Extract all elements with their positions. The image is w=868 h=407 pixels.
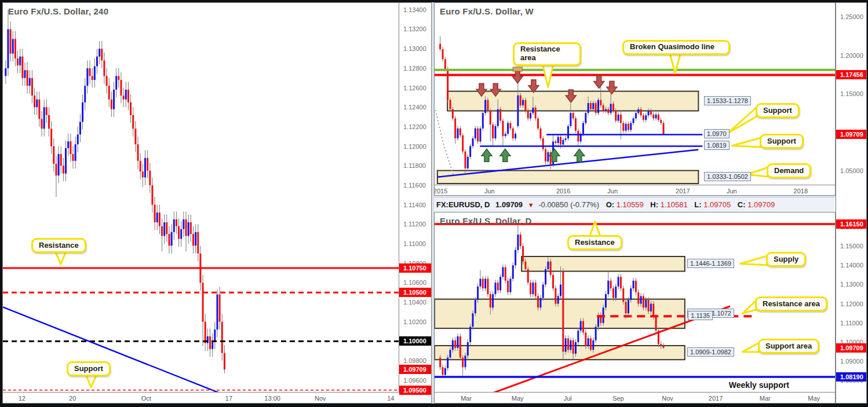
open-value: 1.10559 — [617, 200, 644, 209]
y-axis-tick-label: 1.15000 — [840, 90, 863, 97]
candle-body — [520, 234, 521, 246]
candle-body — [547, 152, 549, 162]
candle-body — [507, 281, 509, 292]
callout-resistance-area[interactable]: Resistance area — [513, 42, 581, 66]
callout-pointer — [732, 138, 761, 147]
candle-body — [46, 107, 48, 115]
candle-body — [494, 283, 496, 294]
x-axis-tick-label: Jul — [564, 395, 572, 402]
callout-support[interactable]: Support — [67, 361, 111, 376]
candle-body — [530, 283, 531, 294]
candle-body — [115, 76, 117, 90]
candle-body — [595, 327, 597, 340]
candle-body — [29, 78, 31, 86]
candle-body — [630, 288, 632, 300]
x-axis-tick-label: Oct — [141, 395, 151, 402]
candle-body — [34, 96, 35, 107]
candle-body — [127, 90, 129, 102]
candle-body — [499, 277, 501, 290]
callout-resistance[interactable]: Resistance — [567, 235, 622, 250]
level-label: 1.0909-1.0982 — [687, 347, 734, 357]
callout-resistance-area[interactable]: Resistance area — [755, 296, 827, 311]
right-price-axis-column[interactable]: 1.250001.200001.150001.100001.050001.174… — [836, 2, 867, 404]
callout-support-1[interactable]: Support — [756, 103, 800, 118]
time-axis-weekly[interactable]: 2015Jun2016Jun2017Jun2018 — [435, 185, 836, 196]
candle-body — [600, 100, 601, 105]
candle-body — [530, 113, 531, 118]
x-axis-tick-label: 2016 — [556, 188, 570, 195]
candle-body — [77, 134, 79, 144]
callout-demand[interactable]: Demand — [767, 163, 811, 178]
note-weekly-support: Weekly support — [729, 380, 789, 390]
candle-body — [663, 123, 665, 134]
y-axis-tick-label: 1.09000 — [840, 358, 863, 365]
candle-body — [588, 338, 589, 346]
callout-resistance[interactable]: Resistance — [31, 238, 86, 253]
candle-body — [209, 336, 211, 349]
candle-body — [462, 135, 464, 152]
candle-body — [479, 279, 481, 287]
candle-body — [469, 327, 471, 342]
candle-body — [475, 129, 476, 138]
candle-body — [216, 295, 218, 330]
green-up-arrow-icon — [500, 149, 510, 162]
price-axis-weekly[interactable]: 1.250001.200001.150001.100001.050001.174… — [836, 3, 866, 196]
candle-body — [633, 281, 634, 288]
candle-body — [53, 146, 54, 164]
time-axis-daily[interactable]: MarMayJulSepNov2017MarMay — [435, 392, 836, 404]
chart-plot-240min[interactable] — [3, 3, 399, 392]
y-axis-tick-label: 1.15000 — [840, 243, 863, 250]
ticker-change: -0.00850 (-0.77%) — [538, 200, 599, 209]
candle-body — [580, 321, 582, 331]
price-down-triangle-icon: ▼ — [528, 201, 534, 208]
candle-body — [607, 109, 609, 113]
callout-support-area[interactable]: Support area — [758, 339, 819, 354]
candle-body — [625, 302, 627, 313]
candle-body — [517, 96, 519, 126]
candle-body — [585, 332, 586, 346]
x-axis-tick-label: Sep — [612, 395, 624, 402]
callout-supply[interactable]: Supply — [766, 252, 806, 267]
y-axis-tick-label: 1.11400 — [403, 201, 426, 208]
candle-body — [490, 111, 491, 124]
candle-body — [31, 78, 33, 96]
zones-group — [435, 256, 685, 360]
candle-body — [487, 279, 488, 295]
level-label: 1.0819 — [704, 141, 730, 150]
candle-body — [512, 265, 514, 278]
candle-body — [147, 158, 148, 171]
candle-body — [509, 123, 511, 128]
callout-pointer — [740, 256, 767, 265]
callout-pointer — [742, 343, 759, 352]
ticker-symbol[interactable]: FX:EURUSD, D — [436, 200, 490, 209]
candle-body — [7, 29, 9, 68]
candle-body — [132, 115, 134, 129]
candle-body — [72, 154, 74, 161]
candle-body — [652, 115, 654, 119]
callout-broken-quasimodo-line[interactable]: Broken Quasimodo line — [622, 40, 730, 55]
candle-body — [560, 284, 561, 296]
y-axis-tick-label: 1.05000 — [840, 167, 863, 174]
candle-body — [106, 76, 108, 86]
candle-body — [522, 246, 524, 262]
callout-support-2[interactable]: Support — [760, 134, 804, 149]
price-badge: 1.10000 — [399, 336, 432, 346]
candle-body — [469, 146, 471, 157]
candle-body — [99, 49, 100, 56]
candle-body — [454, 340, 456, 348]
price-axis-daily[interactable]: 1.160001.150001.140001.130001.120001.110… — [836, 212, 866, 404]
y-axis-tick-label: 1.14000 — [840, 262, 863, 269]
y-axis-tick-label: 1.11200 — [403, 221, 426, 228]
price-badge: 1.09500 — [399, 386, 432, 395]
y-axis-tick-label: 1.12200 — [403, 123, 426, 130]
price-axis-240min[interactable]: 1.134001.132001.130001.128001.126001.124… — [399, 3, 432, 392]
time-axis-240min[interactable]: 1220Oct1713:00Nov14 — [3, 392, 432, 404]
candle-body — [450, 350, 451, 357]
candle-body — [502, 267, 504, 277]
y-axis-tick-label: 1.11600 — [403, 182, 426, 189]
candle-body — [622, 123, 624, 130]
candle-body — [490, 294, 491, 307]
candle-body — [542, 138, 544, 149]
chart-plot-weekly[interactable] — [435, 3, 836, 185]
candle-body — [27, 70, 28, 86]
